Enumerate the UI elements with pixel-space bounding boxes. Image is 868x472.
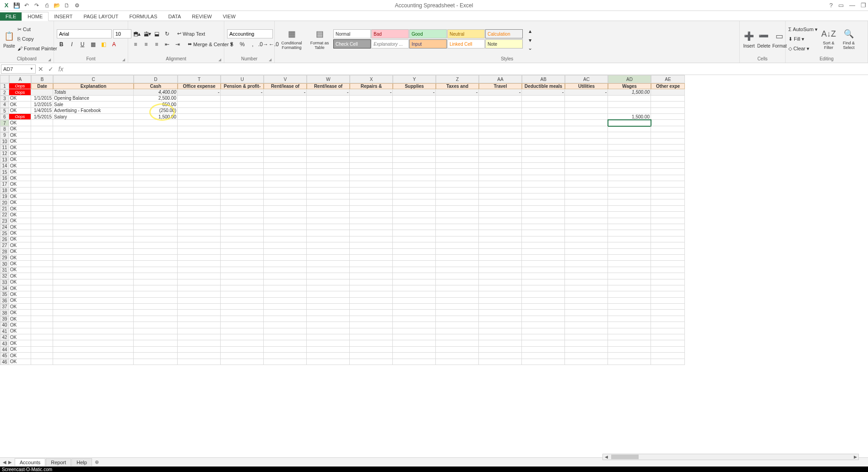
cell-U3[interactable] bbox=[221, 96, 264, 102]
cell-AC11[interactable] bbox=[565, 145, 608, 150]
cell-A6[interactable]: Oops bbox=[9, 114, 31, 120]
qat-icon-4[interactable]: ⚙ bbox=[73, 2, 81, 9]
cell-T29[interactable] bbox=[178, 255, 221, 261]
spreadsheet-grid[interactable]: ABCDTUVWXYZAAABACADAE1OopsDateExplanatio… bbox=[0, 75, 868, 461]
cell-AA10[interactable] bbox=[479, 139, 522, 145]
cell-Z7[interactable] bbox=[436, 120, 479, 126]
cell-V34[interactable] bbox=[264, 285, 307, 291]
col-header-C[interactable]: C bbox=[53, 75, 134, 83]
row-header-21[interactable]: 21 bbox=[0, 206, 9, 212]
cell-V40[interactable] bbox=[264, 322, 307, 328]
cell-AA6[interactable] bbox=[479, 114, 522, 120]
cell-X26[interactable] bbox=[350, 236, 393, 242]
cell-V4[interactable] bbox=[264, 102, 307, 107]
cell-B29[interactable] bbox=[31, 255, 53, 261]
cell-Z16[interactable] bbox=[436, 175, 479, 181]
cell-B32[interactable] bbox=[31, 273, 53, 279]
cell-Z22[interactable] bbox=[436, 212, 479, 218]
cell-C27[interactable] bbox=[53, 242, 134, 248]
cell-D7[interactable] bbox=[134, 120, 178, 126]
cell-AD43[interactable] bbox=[608, 340, 651, 346]
cell-X40[interactable] bbox=[350, 322, 393, 328]
cell-A24[interactable]: OK bbox=[9, 224, 31, 230]
cell-X44[interactable] bbox=[350, 347, 393, 353]
cell-AB24[interactable] bbox=[522, 224, 565, 230]
cell-AE38[interactable] bbox=[651, 310, 685, 316]
cell-AC19[interactable] bbox=[565, 193, 608, 199]
cell-Y34[interactable] bbox=[393, 285, 436, 291]
cell-C20[interactable] bbox=[53, 199, 134, 205]
cell-AC9[interactable] bbox=[565, 132, 608, 138]
cell-B26[interactable] bbox=[31, 236, 53, 242]
cell-AA37[interactable] bbox=[479, 304, 522, 310]
cell-AD12[interactable] bbox=[608, 150, 651, 156]
cell-AD14[interactable] bbox=[608, 163, 651, 169]
cell-B33[interactable] bbox=[31, 279, 53, 285]
row-header-41[interactable]: 41 bbox=[0, 328, 9, 334]
cell-T17[interactable] bbox=[178, 181, 221, 187]
cell-C44[interactable] bbox=[53, 347, 134, 353]
cell-AD35[interactable] bbox=[608, 291, 651, 297]
col-header-A[interactable]: A bbox=[9, 75, 31, 83]
cell-V26[interactable] bbox=[264, 236, 307, 242]
align-left-icon[interactable]: ≡ bbox=[131, 40, 140, 49]
style-note[interactable]: Note bbox=[485, 39, 523, 48]
cell-U24[interactable] bbox=[221, 224, 264, 230]
cell-X18[interactable] bbox=[350, 188, 393, 193]
cell-D14[interactable] bbox=[134, 163, 178, 169]
wrap-text-button[interactable]: ↩ Wrap Text bbox=[177, 29, 205, 38]
cell-Z6[interactable] bbox=[436, 114, 479, 120]
cell-A40[interactable]: OK bbox=[9, 322, 31, 328]
cell-V15[interactable] bbox=[264, 169, 307, 175]
cell-AE14[interactable] bbox=[651, 163, 685, 169]
cell-AE34[interactable] bbox=[651, 285, 685, 291]
cell-T4[interactable] bbox=[178, 102, 221, 107]
cell-AA19[interactable] bbox=[479, 193, 522, 199]
cell-X23[interactable] bbox=[350, 218, 393, 224]
cell-C6[interactable]: Salary bbox=[53, 114, 134, 120]
cell-C31[interactable] bbox=[53, 267, 134, 273]
cell-C39[interactable] bbox=[53, 316, 134, 322]
cell-C38[interactable] bbox=[53, 310, 134, 316]
cell-Z27[interactable] bbox=[436, 242, 479, 248]
cell-A9[interactable]: OK bbox=[9, 132, 31, 138]
qat-icon-1[interactable]: ⎙ bbox=[43, 2, 50, 9]
style-input[interactable]: Input bbox=[409, 39, 447, 48]
cell-U20[interactable] bbox=[221, 199, 264, 205]
col-header-Z[interactable]: Z bbox=[436, 75, 479, 83]
cell-A42[interactable]: OK bbox=[9, 334, 31, 340]
cell-AA3[interactable] bbox=[479, 96, 522, 102]
cell-U19[interactable] bbox=[221, 193, 264, 199]
cell-W45[interactable] bbox=[307, 353, 350, 359]
cell-AA12[interactable] bbox=[479, 150, 522, 156]
cell-B9[interactable] bbox=[31, 132, 53, 138]
cell-V10[interactable] bbox=[264, 139, 307, 145]
cell-AB22[interactable] bbox=[522, 212, 565, 218]
cell-AE37[interactable] bbox=[651, 304, 685, 310]
cell-X13[interactable] bbox=[350, 157, 393, 163]
cell-U30[interactable] bbox=[221, 261, 264, 267]
cell-AC32[interactable] bbox=[565, 273, 608, 279]
cell-D40[interactable] bbox=[134, 322, 178, 328]
cell-A19[interactable]: OK bbox=[9, 193, 31, 199]
cell-B35[interactable] bbox=[31, 291, 53, 297]
cell-B39[interactable] bbox=[31, 316, 53, 322]
italic-button[interactable]: I bbox=[67, 40, 76, 49]
cell-Y18[interactable] bbox=[393, 188, 436, 193]
cell-W2[interactable]: - bbox=[307, 89, 350, 95]
cell-AA32[interactable] bbox=[479, 273, 522, 279]
cell-AD29[interactable] bbox=[608, 255, 651, 261]
cell-V39[interactable] bbox=[264, 316, 307, 322]
cell-W42[interactable] bbox=[307, 334, 350, 340]
cell-U6[interactable] bbox=[221, 114, 264, 120]
format-button[interactable]: ▭Format bbox=[772, 24, 787, 54]
tab-review[interactable]: REVIEW bbox=[186, 12, 217, 21]
cell-Y31[interactable] bbox=[393, 267, 436, 273]
cell-AE7[interactable] bbox=[651, 120, 685, 126]
cell-A25[interactable]: OK bbox=[9, 230, 31, 236]
cell-T35[interactable] bbox=[178, 291, 221, 297]
cell-A1[interactable]: Oops bbox=[9, 83, 31, 89]
cell-W32[interactable] bbox=[307, 273, 350, 279]
cell-AD16[interactable] bbox=[608, 175, 651, 181]
cell-U34[interactable] bbox=[221, 285, 264, 291]
